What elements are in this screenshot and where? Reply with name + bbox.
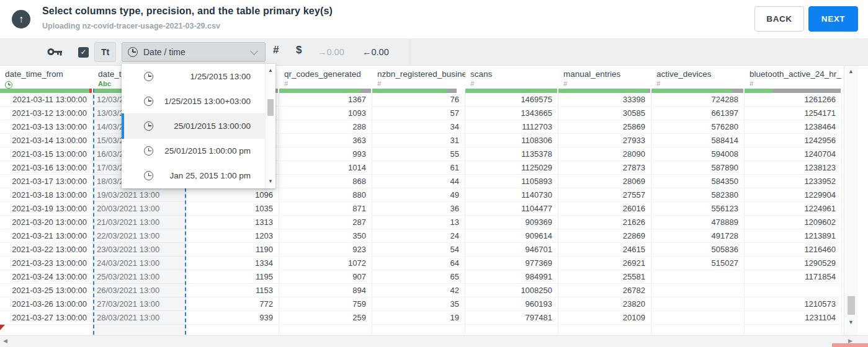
table-cell[interactable]: 960193: [465, 297, 558, 310]
table-cell[interactable]: 1290529: [745, 257, 842, 270]
menu-scroll-up-icon[interactable]: ▲: [266, 68, 275, 73]
table-cell[interactable]: 587890: [651, 161, 745, 174]
table-cell[interactable]: 923: [279, 243, 372, 256]
table-cell[interactable]: 871: [279, 202, 372, 215]
table-cell[interactable]: 505836: [651, 243, 745, 256]
table-cell[interactable]: 13: [372, 216, 465, 229]
table-cell[interactable]: 772: [186, 297, 279, 310]
table-cell[interactable]: 1140730: [465, 188, 558, 201]
primary-key-icon[interactable]: [47, 46, 63, 57]
table-cell[interactable]: 2021-03-25 13:00:00: [0, 284, 93, 297]
table-cell[interactable]: [651, 270, 745, 283]
table-cell[interactable]: 588414: [651, 134, 745, 147]
table-cell[interactable]: 582380: [651, 188, 745, 201]
table-cell[interactable]: 759: [279, 297, 372, 310]
column-header-nzbn_registered_busine[interactable]: nzbn_registered_busine#: [372, 65, 465, 93]
table-cell[interactable]: 1334: [186, 257, 279, 270]
table-cell[interactable]: 2021-03-11 13:00:00: [0, 93, 93, 106]
table-cell[interactable]: 1213891: [745, 229, 842, 242]
table-cell[interactable]: 19: [372, 311, 465, 324]
table-cell[interactable]: 259: [279, 311, 372, 324]
table-cell[interactable]: 1035: [186, 202, 279, 215]
table-cell[interactable]: 55: [372, 147, 465, 160]
table-cell[interactable]: 1313: [186, 216, 279, 229]
table-cell[interactable]: 2021-03-19 13:00:00: [0, 202, 93, 215]
table-cell[interactable]: 64: [372, 257, 465, 270]
table-cell[interactable]: 1104477: [465, 202, 558, 215]
table-cell[interactable]: 23820: [558, 297, 651, 310]
table-cell[interactable]: 27873: [558, 161, 651, 174]
table-cell[interactable]: 25581: [558, 270, 651, 283]
table-cell[interactable]: 1125029: [465, 161, 558, 174]
table-cell[interactable]: 49: [372, 188, 465, 201]
table-cell[interactable]: 57: [372, 107, 465, 120]
table-cell[interactable]: 977369: [465, 257, 558, 270]
table-cell[interactable]: 1231104: [745, 311, 842, 324]
table-cell[interactable]: 1195: [186, 270, 279, 283]
table-cell[interactable]: 22869: [558, 229, 651, 242]
increase-precision-button[interactable]: ←0.00: [362, 47, 389, 57]
decrease-precision-button[interactable]: →0.00: [318, 47, 344, 57]
table-cell[interactable]: 907: [279, 270, 372, 283]
table-cell[interactable]: 19/03/2021 13:00: [93, 188, 186, 201]
date-format-option[interactable]: 1/25/2015 13:00: [122, 64, 275, 89]
table-cell[interactable]: 478889: [651, 216, 745, 229]
table-cell[interactable]: 35: [372, 297, 465, 310]
table-cell[interactable]: 993: [279, 147, 372, 160]
table-cell[interactable]: 594008: [651, 147, 745, 160]
currency-type-button[interactable]: $: [296, 44, 302, 56]
date-format-option[interactable]: 1/25/2015 13:00+03:00: [122, 89, 275, 113]
table-cell[interactable]: 1190: [186, 243, 279, 256]
vertical-scrollbar[interactable]: ▲ ▼: [844, 65, 857, 335]
table-cell[interactable]: 24615: [558, 243, 651, 256]
column-header-active_devices[interactable]: active_devices#: [651, 65, 745, 93]
table-cell[interactable]: 26/03/2021 13:00: [93, 284, 186, 297]
date-format-option[interactable]: 25/01/2015 1:00:00 pm: [122, 139, 275, 164]
table-cell[interactable]: 1469575: [465, 93, 558, 106]
table-cell[interactable]: 2021-03-27 13:00:00: [0, 311, 93, 324]
scroll-left-icon[interactable]: ◀: [3, 338, 7, 344]
table-cell[interactable]: 1238464: [745, 120, 842, 133]
menu-scrollbar-thumb[interactable]: [267, 99, 274, 116]
scroll-up-icon[interactable]: ▲: [844, 68, 857, 74]
table-cell[interactable]: 1112703: [465, 120, 558, 133]
column-header-manual_entries[interactable]: manual_entries#: [558, 65, 651, 93]
scroll-down-icon[interactable]: ▼: [844, 319, 857, 325]
table-cell[interactable]: 26921: [558, 257, 651, 270]
table-cell[interactable]: 1153: [186, 284, 279, 297]
table-cell[interactable]: 26016: [558, 202, 651, 215]
table-cell[interactable]: 2021-03-15 13:00:00: [0, 147, 93, 160]
nullable-checkbox[interactable]: ✓: [78, 47, 89, 58]
table-cell[interactable]: 1242956: [745, 134, 842, 147]
table-cell[interactable]: 1233952: [745, 175, 842, 188]
table-cell[interactable]: 661397: [651, 107, 745, 120]
table-cell[interactable]: 1343665: [465, 107, 558, 120]
table-cell[interactable]: 1261266: [745, 93, 842, 106]
table-cell[interactable]: 1240704: [745, 147, 842, 160]
back-button[interactable]: BACK: [754, 6, 804, 32]
table-cell[interactable]: 65: [372, 270, 465, 283]
table-cell[interactable]: 22/03/2021 13:00: [93, 229, 186, 242]
table-cell[interactable]: 576280: [651, 120, 745, 133]
table-cell[interactable]: [651, 311, 745, 324]
table-cell[interactable]: 1108306: [465, 134, 558, 147]
table-cell[interactable]: 1135378: [465, 147, 558, 160]
table-cell[interactable]: 724288: [651, 93, 745, 106]
vertical-scrollbar-thumb[interactable]: [848, 296, 855, 315]
table-cell[interactable]: 36: [372, 202, 465, 215]
table-cell[interactable]: 30585: [558, 107, 651, 120]
table-cell[interactable]: 2021-03-26 13:00:00: [0, 297, 93, 310]
table-cell[interactable]: 2021-03-22 13:00:00: [0, 243, 93, 256]
table-cell[interactable]: 2021-03-18 13:00:00: [0, 188, 93, 201]
table-cell[interactable]: 939: [186, 311, 279, 324]
table-cell[interactable]: 27933: [558, 134, 651, 147]
date-format-option[interactable]: 25/01/2015 13:00:00: [122, 113, 275, 138]
table-cell[interactable]: 1254171: [745, 107, 842, 120]
table-cell[interactable]: 20109: [558, 311, 651, 324]
table-cell[interactable]: 909614: [465, 229, 558, 242]
table-cell[interactable]: 894: [279, 284, 372, 297]
table-cell[interactable]: 33398: [558, 93, 651, 106]
table-cell[interactable]: 2021-03-20 13:00:00: [0, 216, 93, 229]
table-cell[interactable]: 54: [372, 243, 465, 256]
table-cell[interactable]: 797481: [465, 311, 558, 324]
